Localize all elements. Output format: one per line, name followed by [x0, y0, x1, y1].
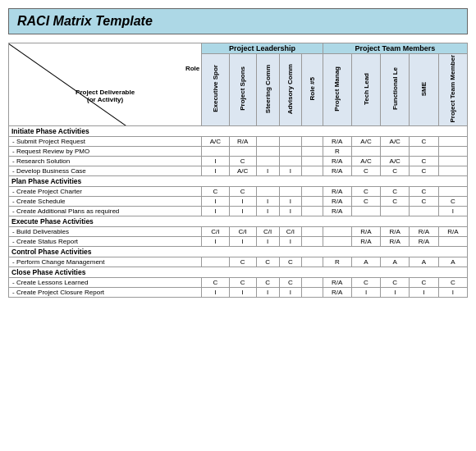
role-col-3: Advisory Comm — [279, 54, 302, 126]
cell-0-2-9 — [438, 156, 467, 166]
table-row: - Request Review by PMOR — [9, 146, 468, 156]
activity-name-0-1: - Request Review by PMO — [9, 146, 202, 156]
cell-4-1-3: I — [279, 287, 302, 297]
cell-0-0-6: A/C — [351, 136, 380, 146]
cell-0-1-3 — [279, 146, 302, 156]
cell-4-1-0: I — [202, 287, 229, 297]
cell-1-0-6: C — [351, 186, 380, 196]
cell-2-0-3: C/I — [279, 226, 302, 236]
cell-4-1-9: I — [438, 287, 467, 297]
cell-0-2-5: R/A — [323, 156, 351, 166]
cell-1-1-0: I — [202, 196, 229, 206]
cell-0-3-2: I — [256, 166, 279, 175]
cell-3-0-1: C — [229, 257, 256, 266]
phase-header-3: Control Phase Activities — [9, 246, 468, 257]
cell-4-1-8: I — [410, 287, 438, 297]
phase-name-3: Control Phase Activities — [9, 246, 468, 257]
activity-name-1-0: - Create Project Charter — [9, 186, 202, 196]
cell-0-3-7: C — [381, 166, 410, 175]
cell-2-1-8: R/A — [410, 236, 438, 246]
cell-1-2-9: I — [438, 206, 467, 216]
cell-0-0-9 — [438, 136, 467, 146]
cell-3-0-7: A — [381, 257, 410, 266]
page-title: RACI Matrix Template — [17, 14, 459, 29]
table-row: - Perform Change ManagementCCCRAAAA — [9, 257, 468, 266]
cell-0-2-7: A/C — [381, 156, 410, 166]
cell-4-1-5: R/A — [323, 287, 351, 297]
cell-0-1-1 — [229, 146, 256, 156]
role-col-0: Executive Spor — [202, 54, 229, 126]
cell-0-0-8: C — [410, 136, 438, 146]
cell-0-0-5: R/A — [323, 136, 351, 146]
role-col-2: Steering Comm — [256, 54, 279, 126]
cell-3-0-3: C — [279, 257, 302, 266]
table-row: - Research SolutionICR/AA/CA/CC — [9, 156, 468, 166]
cell-2-0-9: R/A — [438, 226, 467, 236]
cell-2-1-3: I — [279, 236, 302, 246]
cell-1-1-9: C — [438, 196, 467, 206]
activity-name-1-1: - Create Schedule — [9, 196, 202, 206]
cell-4-1-4 — [302, 287, 323, 297]
activity-name-2-1: - Create Status Report — [9, 236, 202, 246]
cell-2-1-9 — [438, 236, 467, 246]
phase-header-2: Execute Phase Activities — [9, 216, 468, 226]
cell-0-3-4 — [302, 166, 323, 175]
cell-4-0-4 — [302, 277, 323, 287]
cell-0-3-0: I — [202, 166, 229, 175]
cell-1-2-0: I — [202, 206, 229, 216]
cell-0-0-7: A/C — [381, 136, 410, 146]
cell-3-0-6: A — [351, 257, 380, 266]
cell-2-0-5 — [323, 226, 351, 236]
activity-name-0-0: - Submit Project Request — [9, 136, 202, 146]
page: RACI Matrix Template Role Project Delive… — [0, 0, 476, 306]
role-col-6: Tech Lead — [351, 54, 380, 126]
cell-2-0-4 — [302, 226, 323, 236]
cell-1-0-4 — [302, 186, 323, 196]
cell-4-1-2: I — [256, 287, 279, 297]
cell-0-2-4 — [302, 156, 323, 166]
cell-3-0-9: A — [438, 257, 467, 266]
table-row: - Create Project CharterCCR/ACCC — [9, 186, 468, 196]
cell-1-2-5: R/A — [323, 206, 351, 216]
cell-0-3-1: A/C — [229, 166, 256, 175]
cell-2-0-7: R/A — [381, 226, 410, 236]
cell-2-1-0: I — [202, 236, 229, 246]
cell-4-0-7: C — [381, 277, 410, 287]
role-col-7: Functional Le — [381, 54, 410, 126]
cell-0-0-1: R/A — [229, 136, 256, 146]
group-header-ptm: Project Team Members — [323, 43, 467, 54]
cell-2-0-2: C/I — [256, 226, 279, 236]
cell-1-2-3: I — [279, 206, 302, 216]
cell-0-3-5: R/A — [323, 166, 351, 175]
role-col-5: Project Manag — [323, 54, 351, 126]
cell-4-0-9: C — [438, 277, 467, 287]
cell-1-2-4 — [302, 206, 323, 216]
cell-2-1-2: I — [256, 236, 279, 246]
table-row: - Create Status ReportIIIIR/AR/AR/A — [9, 236, 468, 246]
phase-header-0: Initiate Phase Activities — [9, 125, 468, 136]
cell-1-0-5: R/A — [323, 186, 351, 196]
phase-name-4: Close Phase Activities — [9, 266, 468, 277]
activity-name-4-0: - Create Lessons Learned — [9, 277, 202, 287]
cell-2-1-7: R/A — [381, 236, 410, 246]
cell-1-1-6: C — [351, 196, 380, 206]
cell-0-2-8: C — [410, 156, 438, 166]
phase-name-1: Plan Phase Activities — [9, 175, 468, 186]
table-row: - Create ScheduleIIIIR/ACCCC — [9, 196, 468, 206]
phase-name-0: Initiate Phase Activities — [9, 125, 468, 136]
cell-0-0-3 — [279, 136, 302, 146]
cell-1-1-5: R/A — [323, 196, 351, 206]
cell-0-1-9 — [438, 146, 467, 156]
phase-header-4: Close Phase Activities — [9, 266, 468, 277]
table-row: - Submit Project RequestA/CR/AR/AA/CA/CC — [9, 136, 468, 146]
role-col-4: Role #5 — [302, 54, 323, 126]
activity-name-3-0: - Perform Change Management — [9, 257, 202, 266]
cell-0-1-6 — [351, 146, 380, 156]
cell-1-1-1: I — [229, 196, 256, 206]
table-row: - Build DeliverablesC/IC/IC/IC/IR/AR/AR/… — [9, 226, 468, 236]
cell-0-1-2 — [256, 146, 279, 156]
cell-1-1-7: C — [381, 196, 410, 206]
cell-1-0-2 — [256, 186, 279, 196]
cell-0-2-1: C — [229, 156, 256, 166]
cell-1-0-7: C — [381, 186, 410, 196]
